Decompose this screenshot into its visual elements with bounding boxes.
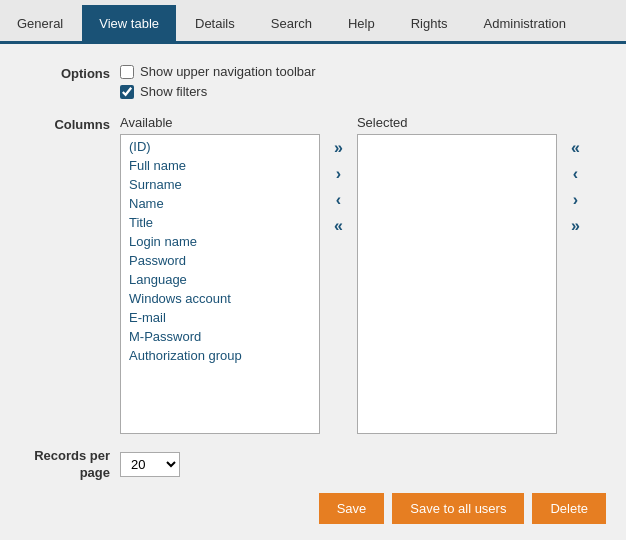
- available-list-item[interactable]: Surname: [121, 175, 319, 194]
- options-section: Options Show upper navigation toolbar Sh…: [30, 64, 596, 99]
- columns-label: Columns: [30, 115, 110, 132]
- available-list-item[interactable]: Windows account: [121, 289, 319, 308]
- tab-administration[interactable]: Administration: [467, 5, 583, 41]
- available-list-item[interactable]: Password: [121, 251, 319, 270]
- available-list-item[interactable]: Authorization group: [121, 346, 319, 365]
- move-down-button[interactable]: ›: [569, 189, 582, 211]
- save-button[interactable]: Save: [319, 493, 385, 524]
- available-list-item[interactable]: Language: [121, 270, 319, 289]
- columns-section: Columns Available (ID)Full nameSurnameNa…: [30, 115, 596, 434]
- records-per-page-select[interactable]: 102050100: [120, 452, 180, 477]
- available-panel: Available (ID)Full nameSurnameNameTitleL…: [120, 115, 320, 434]
- selected-panel: Selected: [357, 115, 557, 434]
- save-to-all-users-button[interactable]: Save to all users: [392, 493, 524, 524]
- available-label: Available: [120, 115, 320, 130]
- move-left-button[interactable]: ‹: [332, 189, 345, 211]
- available-list-item[interactable]: Full name: [121, 156, 319, 175]
- records-per-page-section: Records perpage 102050100: [30, 448, 596, 482]
- move-right-button[interactable]: ›: [332, 163, 345, 185]
- tab-search[interactable]: Search: [254, 5, 329, 41]
- move-up-button[interactable]: ‹: [569, 163, 582, 185]
- show-upper-nav-row[interactable]: Show upper navigation toolbar: [120, 64, 316, 79]
- available-list-item[interactable]: (ID): [121, 137, 319, 156]
- show-upper-nav-checkbox[interactable]: [120, 65, 134, 79]
- move-top-button[interactable]: «: [567, 137, 584, 159]
- delete-button[interactable]: Delete: [532, 493, 606, 524]
- columns-content: Available (ID)Full nameSurnameNameTitleL…: [120, 115, 588, 434]
- move-all-right-button[interactable]: »: [330, 137, 347, 159]
- options-label: Options: [30, 64, 110, 81]
- show-filters-label: Show filters: [140, 84, 207, 99]
- bottom-buttons: Save Save to all users Delete: [319, 493, 606, 524]
- main-content: Options Show upper navigation toolbar Sh…: [0, 44, 626, 540]
- move-all-left-button[interactable]: «: [330, 215, 347, 237]
- available-list-item[interactable]: M-Password: [121, 327, 319, 346]
- tab-help[interactable]: Help: [331, 5, 392, 41]
- show-filters-row[interactable]: Show filters: [120, 84, 316, 99]
- options-group: Show upper navigation toolbar Show filte…: [120, 64, 316, 99]
- transfer-buttons: » › ‹ «: [326, 137, 351, 237]
- show-upper-nav-label: Show upper navigation toolbar: [140, 64, 316, 79]
- show-filters-checkbox[interactable]: [120, 85, 134, 99]
- records-per-page-label: Records perpage: [30, 448, 110, 482]
- tab-details[interactable]: Details: [178, 5, 252, 41]
- tab-rights[interactable]: Rights: [394, 5, 465, 41]
- tab-general[interactable]: General: [0, 5, 80, 41]
- selected-list[interactable]: [357, 134, 557, 434]
- tab-view-table[interactable]: View table: [82, 5, 176, 41]
- available-list-item[interactable]: Title: [121, 213, 319, 232]
- available-list[interactable]: (ID)Full nameSurnameNameTitleLogin nameP…: [120, 134, 320, 434]
- selected-label: Selected: [357, 115, 557, 130]
- available-list-item[interactable]: Login name: [121, 232, 319, 251]
- tab-bar: General View table Details Search Help R…: [0, 0, 626, 44]
- move-bottom-button[interactable]: »: [567, 215, 584, 237]
- order-buttons: « ‹ › »: [563, 137, 588, 237]
- available-list-item[interactable]: Name: [121, 194, 319, 213]
- available-list-item[interactable]: E-mail: [121, 308, 319, 327]
